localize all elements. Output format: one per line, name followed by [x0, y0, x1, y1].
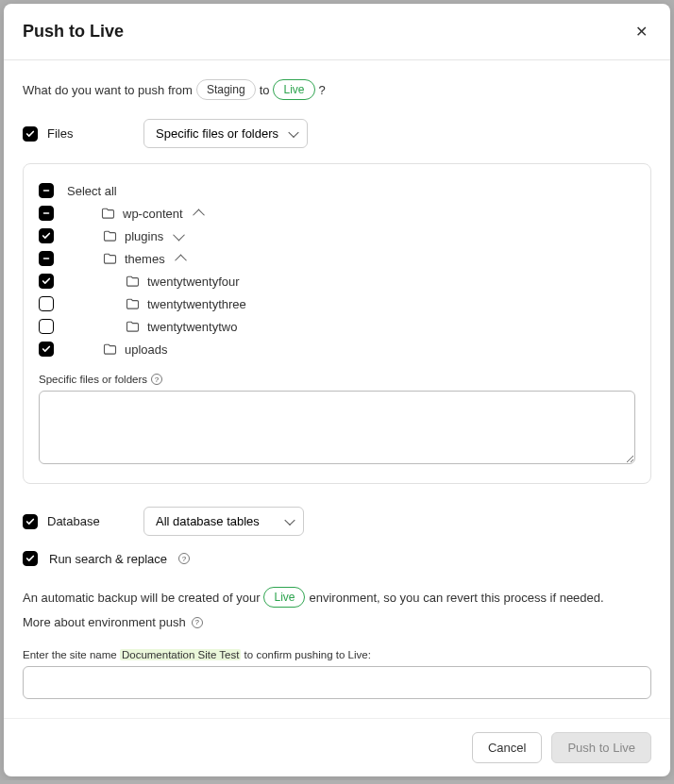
wp-content-checkbox[interactable]: [39, 206, 54, 221]
themes-label: themes: [125, 252, 165, 266]
live-pill: Live: [263, 587, 305, 608]
tt2-label: twentytwentytwo: [147, 320, 237, 334]
svg-rect-0: [43, 190, 50, 192]
tree-wp-content[interactable]: wp-content: [39, 202, 635, 225]
folder-icon: [126, 275, 140, 287]
modal-body: What do you want to push from Staging to…: [4, 60, 670, 718]
more-about-link[interactable]: More about environment push ?: [23, 615, 203, 629]
search-replace-row: Run search & replace ?: [23, 551, 651, 566]
tree-twentytwentytwo[interactable]: twentytwentytwo: [39, 315, 635, 338]
backup-suffix: environment, so you can revert this proc…: [309, 591, 603, 605]
database-mode-select[interactable]: All database tables: [143, 507, 304, 536]
ttf-label: twentytwentyfour: [147, 275, 240, 289]
tree-plugins[interactable]: plugins: [39, 225, 635, 247]
intro-prefix: What do you want to push from: [23, 83, 193, 97]
backup-prefix: An automatic backup will be created of y…: [23, 591, 260, 605]
help-icon[interactable]: ?: [178, 553, 190, 564]
tree-twentytwentythree[interactable]: twentytwentythree: [39, 292, 635, 315]
database-label: Database: [47, 514, 100, 528]
push-to-live-button[interactable]: Push to Live: [551, 732, 651, 763]
files-mode-select[interactable]: Specific files or folders: [143, 119, 308, 148]
svg-rect-2: [43, 258, 50, 259]
intro-text: What do you want to push from Staging to…: [23, 79, 651, 100]
backup-info: An automatic backup will be created of y…: [23, 587, 651, 608]
ttt-label: twentytwentythree: [147, 297, 246, 311]
modal-title: Push to Live: [23, 22, 124, 42]
themes-checkbox[interactable]: [39, 251, 54, 266]
intro-mid: to: [260, 83, 270, 97]
specific-files-textarea[interactable]: [39, 391, 635, 464]
confirm-input[interactable]: [23, 666, 651, 699]
folder-icon: [103, 343, 117, 355]
file-tree-panel: Select all wp-content plugins th: [23, 163, 651, 484]
close-icon: ✕: [635, 24, 648, 40]
plugins-label: plugins: [125, 229, 163, 243]
chevron-up-icon[interactable]: [193, 209, 205, 221]
help-icon: ?: [192, 617, 203, 628]
more-link-text: More about environment push: [23, 615, 186, 629]
search-replace-checkbox[interactable]: [23, 551, 38, 566]
files-label: Files: [47, 126, 73, 141]
select-all-label: Select all: [67, 184, 117, 198]
files-section-row: Files Specific files or folders: [23, 119, 651, 148]
files-checkbox[interactable]: [23, 126, 38, 142]
database-checkbox[interactable]: [23, 514, 38, 529]
database-section-row: Database All database tables: [23, 507, 651, 536]
database-mode-value: All database tables: [156, 514, 260, 528]
chevron-up-icon[interactable]: [175, 254, 187, 266]
live-pill: Live: [273, 79, 314, 100]
site-name-highlight: Documentation Site Test: [120, 649, 241, 660]
modal-header: Push to Live ✕: [4, 4, 670, 60]
ttf-checkbox[interactable]: [39, 274, 54, 289]
select-all-checkbox[interactable]: [39, 183, 54, 198]
chevron-down-icon[interactable]: [173, 228, 185, 241]
tree-twentytwentyfour[interactable]: twentytwentyfour: [39, 270, 635, 292]
close-button[interactable]: ✕: [632, 19, 651, 44]
tree-themes[interactable]: themes: [39, 247, 635, 270]
specific-files-label: Specific files or folders ?: [39, 374, 635, 385]
push-to-live-modal: Push to Live ✕ What do you want to push …: [4, 4, 670, 776]
files-mode-value: Specific files or folders: [156, 126, 278, 141]
svg-rect-1: [43, 212, 50, 214]
ttt-checkbox[interactable]: [39, 296, 54, 311]
staging-pill: Staging: [196, 79, 256, 100]
folder-icon: [126, 321, 140, 332]
wp-content-label: wp-content: [123, 207, 183, 221]
help-icon[interactable]: ?: [151, 374, 162, 385]
folder-icon: [101, 208, 115, 219]
confirm-label: Enter the site name Documentation Site T…: [23, 649, 651, 660]
folder-icon: [126, 298, 140, 309]
tt2-checkbox[interactable]: [39, 319, 54, 334]
intro-suffix: ?: [319, 83, 326, 97]
uploads-label: uploads: [125, 342, 168, 357]
uploads-checkbox[interactable]: [39, 342, 54, 357]
folder-icon: [103, 230, 117, 242]
tree-select-all[interactable]: Select all: [39, 179, 635, 202]
tree-uploads[interactable]: uploads: [39, 338, 635, 360]
folder-icon: [103, 253, 117, 264]
modal-footer: Cancel Push to Live: [4, 718, 670, 776]
search-replace-label: Run search & replace: [49, 552, 167, 566]
plugins-checkbox[interactable]: [39, 228, 54, 243]
cancel-button[interactable]: Cancel: [472, 732, 542, 763]
